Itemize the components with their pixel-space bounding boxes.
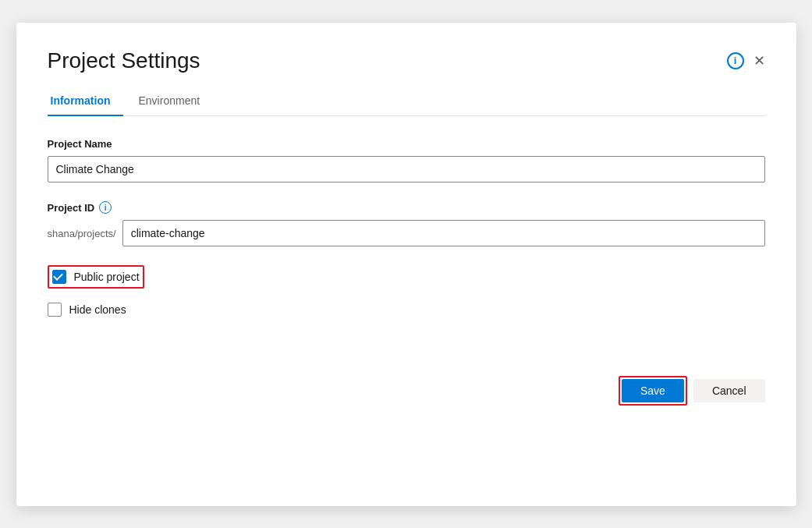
project-name-input[interactable] <box>48 156 765 182</box>
public-project-label[interactable]: Public project <box>74 271 140 283</box>
cancel-button[interactable]: Cancel <box>693 379 765 402</box>
save-button[interactable]: Save <box>622 379 684 402</box>
project-id-info-icon[interactable]: i <box>99 201 112 214</box>
tabs-bar: Information Environment <box>48 86 765 116</box>
tab-environment[interactable]: Environment <box>136 87 213 116</box>
checkboxes-group: Public project Hide clones <box>48 265 765 317</box>
project-id-row: shana/projects/ <box>48 220 765 246</box>
hide-clones-group: Hide clones <box>48 303 765 317</box>
project-id-input[interactable] <box>122 220 765 246</box>
project-id-label-row: Project ID i <box>48 201 765 214</box>
dialog-footer: Save Cancel <box>48 363 765 406</box>
info-icon[interactable]: i <box>727 52 744 69</box>
dialog-header: Project Settings i ✕ <box>48 48 765 74</box>
public-project-checkbox[interactable] <box>52 270 66 284</box>
project-name-label: Project Name <box>48 138 765 150</box>
dialog-title: Project Settings <box>48 48 200 74</box>
public-project-highlight: Public project <box>48 265 144 289</box>
hide-clones-label[interactable]: Hide clones <box>69 303 126 316</box>
close-icon[interactable]: ✕ <box>753 54 765 68</box>
project-id-prefix: shana/projects/ <box>48 228 116 239</box>
header-icons: i ✕ <box>727 52 765 69</box>
project-settings-dialog: Project Settings i ✕ Information Environ… <box>16 23 796 506</box>
project-id-group: Project ID i shana/projects/ <box>48 201 765 246</box>
tab-information[interactable]: Information <box>48 87 123 116</box>
project-id-label: Project ID <box>48 202 95 214</box>
project-name-group: Project Name <box>48 138 765 182</box>
public-project-group: Public project <box>48 265 765 289</box>
save-button-wrapper: Save <box>619 376 687 406</box>
hide-clones-checkbox[interactable] <box>48 303 62 317</box>
